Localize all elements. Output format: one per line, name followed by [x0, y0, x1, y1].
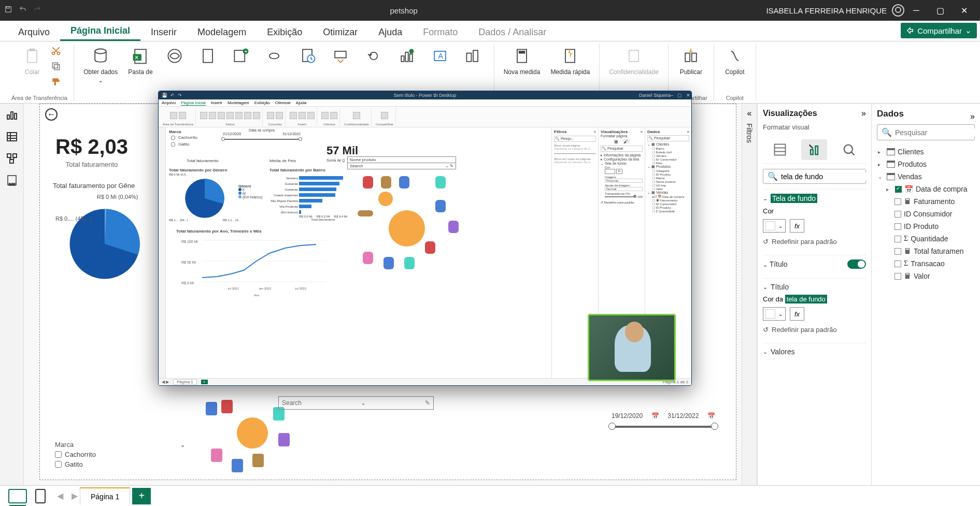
collapse-icon[interactable]: » [970, 112, 975, 121]
checkbox-icon[interactable] [894, 236, 901, 242]
close-button[interactable]: ✕ [952, 0, 976, 21]
save-icon[interactable]: 💾 [162, 93, 167, 98]
share-button[interactable]: Compartilhar ⌄ [901, 23, 977, 38]
next-page-icon[interactable]: ▶ [72, 491, 78, 501]
model-view-icon[interactable] [6, 152, 18, 165]
page-tab-1[interactable]: Página 1 [80, 487, 130, 505]
tab-inserir[interactable]: Inserir [140, 24, 187, 41]
reset-button[interactable]: ↺Redefinir para padrão [763, 238, 866, 245]
analytics-mode[interactable] [836, 139, 862, 160]
onelake-button[interactable] [160, 44, 189, 68]
publish-button[interactable]: Publicar [676, 44, 705, 78]
undo-icon[interactable]: ↶ [171, 93, 175, 98]
marca-gatito[interactable]: Gatito [53, 459, 188, 469]
recent-button[interactable] [293, 44, 322, 68]
color-picker-2[interactable]: ⌄ [763, 307, 786, 321]
format-search-input[interactable] [781, 172, 871, 181]
tab-exibicao[interactable]: Exibição [257, 24, 313, 41]
filters-collapsed[interactable]: « Filtros [742, 104, 757, 485]
textbox-button[interactable]: A [425, 44, 455, 68]
minimize-button[interactable]: ─ [670, 93, 673, 98]
transform-button[interactable] [326, 44, 355, 68]
prev-page-icon[interactable]: ◀ [57, 491, 63, 501]
fx-button-2[interactable]: fx [790, 307, 804, 321]
pencil-icon[interactable]: ✎ [425, 399, 430, 407]
checkbox-icon[interactable] [894, 198, 901, 205]
table-clientes[interactable]: ▸Clientes [877, 146, 975, 158]
format-search[interactable]: 🔍 ✕ [763, 169, 866, 184]
quick-measure-button[interactable]: Medida rápida [547, 44, 593, 78]
tab-inicial[interactable]: Página Inicial [60, 22, 140, 41]
new-measure-button[interactable]: Nova medida [501, 44, 544, 78]
sec-valores[interactable]: ⌄Valores [763, 348, 866, 356]
checkbox-icon[interactable] [895, 186, 902, 193]
tab-arquivo[interactable]: Arquivo [8, 24, 60, 41]
table-produtos[interactable]: ▸Produtos [877, 158, 975, 170]
checkbox-icon[interactable] [894, 223, 901, 230]
tab-otimizar[interactable]: Otimizar [313, 24, 368, 41]
redo-icon[interactable]: ↷ [178, 93, 182, 98]
desktop-layout-icon[interactable] [8, 489, 27, 503]
slider-thumb-left[interactable] [608, 423, 616, 430]
mobile-layout-icon[interactable] [35, 489, 46, 503]
checkbox-icon[interactable] [894, 211, 901, 218]
expand-icon[interactable]: « [747, 109, 752, 118]
close-button[interactable]: ✕ [686, 93, 690, 98]
add-page-button[interactable]: + [201, 380, 208, 384]
product-search[interactable]: Search ⌄ ✎ [278, 396, 434, 410]
tab-dados[interactable]: Dados / Analisar [468, 24, 557, 41]
chevron-down-icon[interactable]: ⌄ [180, 441, 186, 449]
paste-button[interactable]: Colar [18, 44, 47, 78]
refresh-button[interactable] [359, 44, 388, 68]
reset-button-2[interactable]: ↺Redefinir para padrão [763, 326, 866, 334]
cut-icon[interactable] [51, 46, 61, 58]
dax-view-icon[interactable]: DAX [6, 174, 18, 186]
more-visuals-button[interactable] [459, 44, 488, 68]
sec-titulo[interactable]: ⌄ Título [763, 259, 866, 269]
minimize-button[interactable]: ─ [904, 0, 928, 21]
slider-thumb-right[interactable] [711, 423, 718, 430]
titulo-toggle[interactable] [847, 259, 866, 269]
marca-slicer[interactable]: Marca⌄ Cachorrito Gatito [53, 440, 188, 469]
redo-icon[interactable] [33, 5, 41, 16]
fld-faturamento[interactable]: 🖩Faturamento [877, 195, 975, 208]
undo-icon[interactable] [19, 5, 27, 16]
fld-data-compra[interactable]: ▸📅Data de compra [877, 183, 975, 195]
fld-quantidade[interactable]: ΣQuantidade [877, 233, 975, 245]
data-search[interactable]: 🔍 [877, 124, 975, 140]
checkbox-icon[interactable] [894, 248, 901, 255]
save-icon[interactable] [4, 5, 12, 16]
fld-valor[interactable]: 🖩Valor [877, 270, 975, 282]
build-mode[interactable] [767, 139, 793, 160]
fld-total-fat[interactable]: 🖩Total faturamen [877, 245, 975, 257]
maximize-button[interactable]: ▢ [928, 0, 952, 21]
tab-modelagem[interactable]: Modelagem [187, 24, 257, 41]
format-mode[interactable] [801, 139, 827, 160]
date-slicer[interactable]: 19/12/2020📅 31/12/2022📅 [612, 412, 715, 428]
table-vendas[interactable]: ⌄Vendas [877, 170, 975, 183]
pie-chart[interactable]: R$ 0 Mi (0,04%) R$ 0,... (45,...) [66, 200, 144, 290]
maximize-button[interactable]: ▢ [677, 93, 682, 98]
add-page-button[interactable]: + [132, 488, 151, 504]
marca-cachorrito[interactable]: Cachorrito [53, 450, 188, 459]
tab-formato[interactable]: Formato [413, 24, 468, 41]
tab-ajuda[interactable]: Ajuda [368, 24, 413, 41]
report-view-icon[interactable] [6, 109, 18, 121]
copilot-button[interactable]: Copilot [720, 44, 749, 78]
color-picker[interactable]: ⌄ [763, 219, 786, 233]
avatar-icon[interactable] [892, 4, 904, 17]
sql-button[interactable] [193, 44, 222, 68]
sec-tela-fundo[interactable]: ⌄Tela de fundo [763, 194, 866, 203]
get-data-button[interactable]: Obter dados⌄ [80, 44, 121, 85]
table-view-icon[interactable] [6, 131, 18, 143]
collapse-icon[interactable]: » [861, 109, 866, 118]
copy-icon[interactable] [51, 61, 61, 74]
excel-button[interactable]: XPasta de [125, 44, 155, 78]
checkbox-icon[interactable] [894, 273, 901, 280]
fld-id-consumidor[interactable]: ID Consumidor [877, 208, 975, 220]
checkbox-icon[interactable] [894, 261, 901, 267]
sec-titulo2[interactable]: ⌄Título [763, 283, 866, 291]
overlay-canvas[interactable]: Marca Cachorrito Gatito Data de compra 2… [166, 127, 551, 378]
dataverse-button[interactable] [260, 44, 289, 68]
fld-transacao[interactable]: ΣTransacao [877, 257, 975, 270]
